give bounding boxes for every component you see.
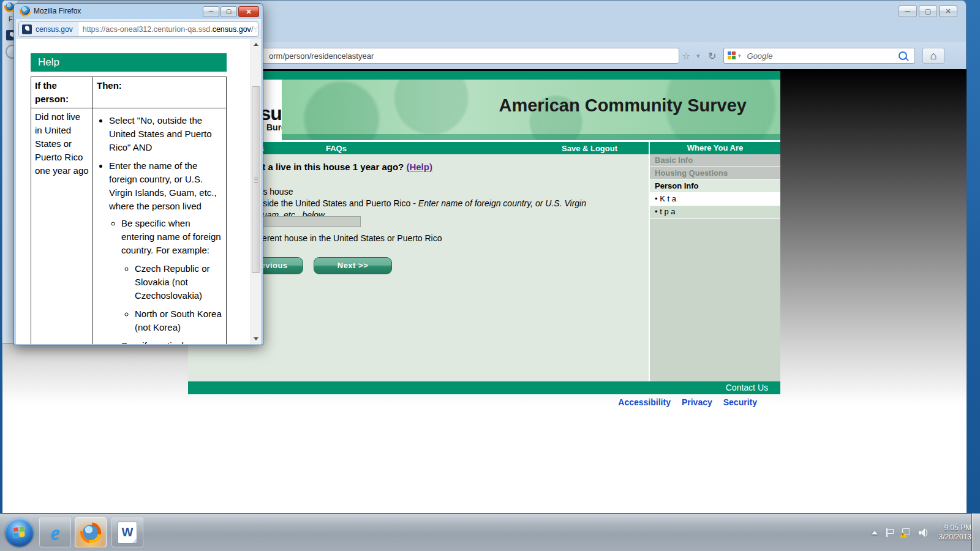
help-table: If the person: Then: Did not live in Uni… <box>31 77 227 344</box>
system-tray: ) 9:05 PM 3/20/2013 <box>872 514 971 551</box>
internet-explorer-icon: e <box>50 521 59 544</box>
nav-item-faqs[interactable]: FAQs <box>326 144 347 153</box>
contact-us-link[interactable]: Contact Us <box>726 383 768 392</box>
census-site-icon <box>22 24 32 34</box>
popup-close-button[interactable]: ✕ <box>238 6 259 17</box>
action-center-flag-icon[interactable] <box>886 528 893 537</box>
popup-window-title: Mozilla Firefox <box>34 7 81 15</box>
help-instructions: Select "No, outside the United States an… <box>93 108 227 345</box>
next-button[interactable]: Next >> <box>314 257 392 274</box>
search-box[interactable]: ▾ Google <box>723 48 915 64</box>
question-text: Did K t a live in this house 1 year ago?… <box>236 162 432 172</box>
banner-top-strip <box>188 71 780 80</box>
taskbar-internet-explorer[interactable]: e <box>39 517 71 547</box>
popup-titlebar[interactable]: Mozilla Firefox ─ ▢ ✕ <box>14 4 263 19</box>
acs-banner: United States™ Census Bureau American Co… <box>188 80 780 140</box>
privacy-link[interactable]: Privacy <box>682 397 712 407</box>
taskbar: e W ) 9:05 PM 3/20/2013 <box>0 513 980 551</box>
popup-minimize-button[interactable]: ─ <box>203 6 219 17</box>
taskbar-firefox[interactable] <box>75 517 107 547</box>
start-button[interactable] <box>5 518 34 547</box>
site-identity-label: census.gov <box>36 25 73 34</box>
search-engine-dropdown-icon[interactable]: ▾ <box>738 53 741 59</box>
help-col-if: If the person: <box>31 77 93 108</box>
reload-icon[interactable]: ↻ <box>708 50 716 62</box>
url-text: orm/person/residencelastyear <box>269 51 374 61</box>
search-engine-label: Google <box>747 51 899 61</box>
word-icon: W <box>118 522 137 544</box>
firefox-icon <box>21 6 30 15</box>
popup-content: Help If the person: Then: Did not live i… <box>16 39 261 344</box>
accessibility-link[interactable]: Accessibility <box>618 397 671 407</box>
sidebar-item-person-1[interactable]: • K t a <box>650 193 780 206</box>
where-you-are-header: Where You Are <box>649 142 780 154</box>
home-button[interactable]: ⌂ <box>922 48 944 64</box>
show-desktop-button[interactable] <box>971 513 980 551</box>
popup-url-text: https://acs-oneal312.centurion-qa.ssd.ce… <box>83 25 254 34</box>
tray-clock[interactable]: 9:05 PM 3/20/2013 <box>937 523 971 542</box>
scroll-thumb[interactable] <box>252 86 260 273</box>
firefox-icon <box>6 2 14 11</box>
help-condition: Did not live in United States or Puerto … <box>31 108 93 345</box>
nav-item-save-logout[interactable]: Save & Logout <box>562 144 617 153</box>
network-warning-icon[interactable] <box>901 528 911 537</box>
search-magnifier-icon[interactable] <box>899 51 907 60</box>
firefox-icon <box>80 522 102 544</box>
site-identity-chip[interactable]: census.gov <box>19 22 78 36</box>
footer-links: Accessibility Privacy Security <box>188 397 780 407</box>
windows-flag-icon <box>13 527 24 538</box>
bookmark-star-icon[interactable]: ☆ <box>682 50 690 62</box>
radio-option-yes[interactable]: Yes, this house <box>224 186 591 198</box>
help-header: Help <box>31 53 227 72</box>
taskbar-word[interactable]: W <box>111 517 143 547</box>
popup-scrollbar[interactable] <box>251 39 261 344</box>
sidebar-item-person-2[interactable]: • t p a <box>650 206 780 219</box>
sidebar-item-person-info[interactable]: Person Info <box>650 180 780 193</box>
bookmark-star-icon[interactable]: ☆ <box>253 24 258 35</box>
contact-us-bar: Contact Us <box>188 381 780 394</box>
desktop: ─ ▢ ✕ orm/person/residencelastyear ☆ ▾ ↻… <box>0 0 980 551</box>
census-logo-line3: Bureau <box>266 122 282 132</box>
menu-fragment: F <box>9 15 13 23</box>
popup-url-bar[interactable]: census.gov https://acs-oneal312.centurio… <box>18 21 258 37</box>
google-favicon <box>728 51 736 60</box>
close-button[interactable]: ✕ <box>939 6 957 17</box>
radio-option-different-house[interactable]: No, different house in the United States… <box>224 233 591 244</box>
scroll-down-button[interactable] <box>251 334 261 344</box>
where-you-are-sidebar: Basic Info Housing Questions Person Info… <box>649 154 780 381</box>
clock-date: 3/20/2013 <box>939 533 971 542</box>
help-link[interactable]: (Help) <box>406 162 432 172</box>
minimize-button[interactable]: ─ <box>899 6 917 17</box>
clock-time: 9:05 PM <box>939 523 971 533</box>
scroll-up-button[interactable] <box>251 39 261 50</box>
volume-icon[interactable]: ) <box>919 528 929 537</box>
tray-expand-icon[interactable] <box>872 531 878 534</box>
help-col-then: Then: <box>93 77 227 108</box>
maximize-button[interactable]: ▢ <box>919 6 937 17</box>
popup-maximize-button[interactable]: ▢ <box>221 6 237 17</box>
security-link[interactable]: Security <box>723 397 757 407</box>
sidebar-item-housing-questions[interactable]: Housing Questions <box>650 167 780 180</box>
banner-title: American Community Survey <box>499 96 747 116</box>
help-popup-window: Mozilla Firefox ─ ▢ ✕ census.gov https:/… <box>13 3 263 345</box>
bookmarks-dropdown-icon[interactable]: ▾ <box>696 52 700 60</box>
sidebar-item-basic-info[interactable]: Basic Info <box>650 154 780 167</box>
popup-location-row: census.gov https://acs-oneal312.centurio… <box>16 19 261 39</box>
